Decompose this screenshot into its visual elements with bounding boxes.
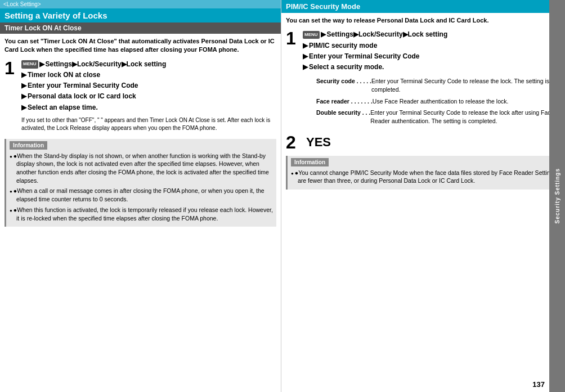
sidebar-label: Security Settings (554, 168, 560, 224)
right-step-line-2: ▶ PIM/IC security mode (303, 40, 560, 51)
step-text-1: Settings▶Lock/Security▶Lock setting (46, 59, 167, 70)
right-step-text-3: Enter your Terminal Security Code (309, 51, 420, 62)
security-desc-1: Enter your Terminal Security Code to rel… (371, 77, 560, 93)
info-title-right: Information (291, 158, 329, 166)
section-title-left: Setting a Variety of Locks (0, 8, 281, 22)
security-desc-3: Enter your Terminal Security Code to rel… (370, 109, 560, 125)
step-2-right: 2 YES (286, 133, 560, 151)
info-box-right: Information ●You cannot change PIM/IC Se… (286, 156, 560, 190)
info-box-left: Information ●When the Stand-by display i… (5, 139, 276, 227)
security-label-2: Face reader . . . . . . . (316, 97, 373, 106)
step-content-1-left: MENU ▶ Settings▶Lock/Security▶Lock setti… (21, 59, 276, 134)
left-panel: <Lock Setting> Setting a Variety of Lock… (0, 0, 281, 392)
step-line-3: ▶ Enter your Terminal Security Code (21, 80, 276, 91)
bullet-1-left: ●When the Stand-by display is not shown,… (10, 152, 273, 185)
right-step-text-2: PIM/IC security mode (309, 40, 377, 51)
security-label-3: Double security . . . (316, 109, 370, 125)
page-number: 137 (532, 380, 545, 389)
right-panel: PIM/IC Security Mode You can set the way… (281, 0, 565, 392)
security-row-2: Face reader . . . . . . . Use Face Reade… (316, 97, 560, 106)
step-1-right: 1 MENU ▶ Settings▶Lock/Security▶Lock set… (286, 29, 560, 128)
menu-icon-right: MENU (303, 31, 320, 39)
security-table: Security code . . . . . Enter your Termi… (316, 77, 560, 125)
subsection-title: Timer Lock ON At Close (0, 22, 281, 34)
step-line-2: ▶ Timer lock ON at close (21, 70, 276, 80)
step-text-3: Enter your Terminal Security Code (28, 80, 138, 91)
security-row-1: Security code . . . . . Enter your Termi… (316, 77, 560, 93)
security-row-3: Double security . . . Enter your Termina… (316, 109, 560, 125)
yes-text: YES (306, 135, 331, 150)
right-step-line-3: ▶ Enter your Terminal Security Code (303, 51, 560, 62)
security-label-1: Security code . . . . . (316, 77, 371, 93)
step-number-1-left: 1 (5, 59, 18, 77)
right-content: You can set the way to release Personal … (281, 13, 565, 392)
step-1-left: 1 MENU ▶ Settings▶Lock/Security▶Lock set… (5, 59, 276, 134)
sidebar-label-container: Security Settings (549, 0, 565, 392)
right-step-text-4: Select a security mode. (309, 62, 384, 73)
section-title-right: PIM/IC Security Mode (281, 0, 565, 13)
step-note: If you set to other than "OFF", " " appe… (21, 116, 276, 132)
right-step-line-1: MENU ▶ Settings▶Lock/Security▶Lock setti… (303, 29, 560, 40)
step-text-4: Personal data lock or IC card lock (28, 91, 136, 102)
breadcrumb: <Lock Setting> (0, 0, 281, 8)
right-step-text-1: Settings▶Lock/Security▶Lock setting (327, 29, 448, 40)
right-intro: You can set the way to release Personal … (286, 16, 560, 25)
security-desc-2: Use Face Reader authentication to releas… (373, 97, 560, 106)
step-content-1-right: MENU ▶ Settings▶Lock/Security▶Lock setti… (303, 29, 560, 128)
step-number-1-right: 1 (286, 29, 299, 47)
menu-icon-left: MENU (21, 60, 38, 69)
right-step-line-4: ▶ Select a security mode. (303, 62, 560, 73)
left-content: You can set "Timer Lock ON At Close" tha… (0, 34, 281, 392)
step-text-5: Select an elapse time. (28, 102, 98, 113)
step-line-4: ▶ Personal data lock or IC card lock (21, 91, 276, 102)
bullet-3-left: ●When this function is activated, the lo… (10, 206, 273, 222)
bullet-1-right: ●You cannot change PIM/IC Security Mode … (291, 169, 557, 185)
bullet-2-left: ●When a call or mail message comes in af… (10, 187, 273, 203)
step-line-1: MENU ▶ Settings▶Lock/Security▶Lock setti… (21, 59, 276, 70)
step-line-5: ▶ Select an elapse time. (21, 102, 276, 113)
info-title-left: Information (10, 141, 47, 150)
step-text-2: Timer lock ON at close (28, 70, 100, 80)
step-number-2-right: 2 (286, 133, 299, 151)
left-intro: You can set "Timer Lock ON At Close" tha… (5, 37, 276, 55)
